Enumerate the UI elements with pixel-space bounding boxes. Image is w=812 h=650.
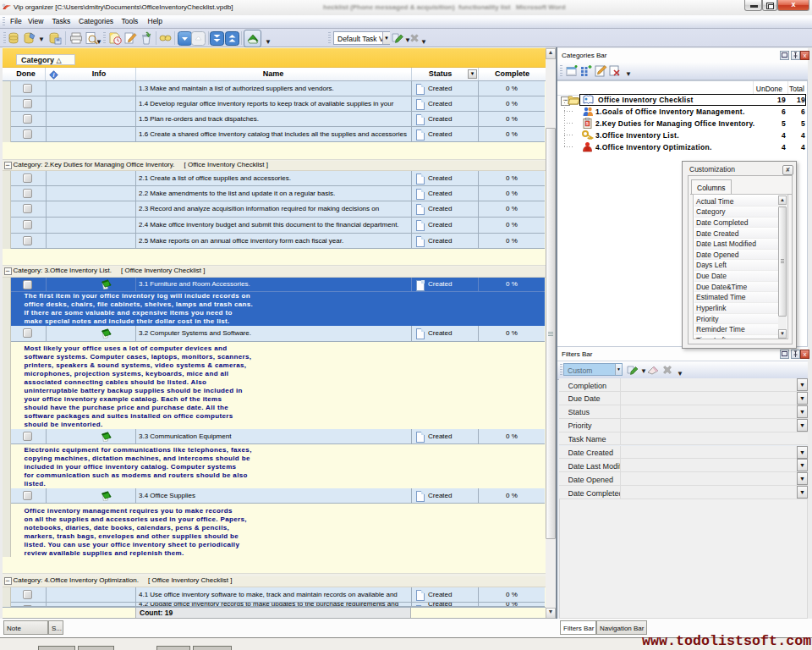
svg-text:5: 5 — [586, 121, 589, 126]
